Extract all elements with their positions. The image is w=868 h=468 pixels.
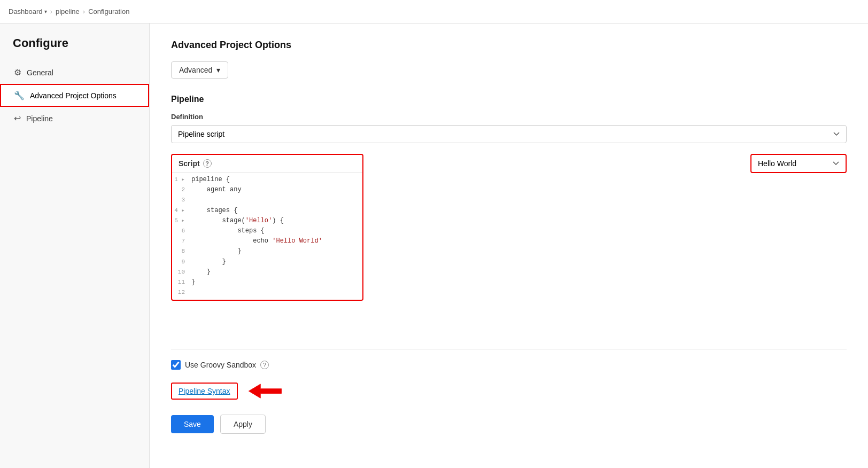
code-line-3: 3 bbox=[172, 195, 362, 205]
code-line-4: 4 ▸ stages { bbox=[172, 206, 362, 216]
button-row: Save Apply bbox=[171, 415, 847, 434]
sidebar: Configure ⚙ General 🔧 Advanced Project O… bbox=[0, 24, 150, 468]
sidebar-item-advanced-label: Advanced Project Options bbox=[30, 91, 117, 100]
pipeline-icon: ↩ bbox=[14, 113, 21, 123]
wrench-icon: 🔧 bbox=[14, 90, 25, 100]
sidebar-item-general-label: General bbox=[27, 68, 53, 77]
script-help-icon[interactable]: ? bbox=[203, 159, 212, 168]
script-box: Script ? 1 ▸ pipeline { 2 agent any bbox=[171, 154, 363, 301]
code-line-10: 10 } bbox=[172, 267, 362, 277]
breadcrumb-configuration: Configuration bbox=[88, 7, 129, 15]
code-line-5: 5 ▸ stage('Hello') { bbox=[172, 216, 362, 226]
script-header: Script ? bbox=[172, 155, 362, 173]
left-arrow-icon bbox=[246, 380, 284, 402]
code-editor[interactable]: 1 ▸ pipeline { 2 agent any 3 bbox=[172, 173, 362, 300]
main-layout: Configure ⚙ General 🔧 Advanced Project O… bbox=[0, 24, 868, 468]
code-line-2: 2 agent any bbox=[172, 185, 362, 195]
groovy-sandbox-checkbox[interactable] bbox=[171, 360, 181, 370]
code-line-9: 9 } bbox=[172, 257, 362, 267]
pipeline-syntax-link[interactable]: Pipeline Syntax bbox=[171, 383, 238, 400]
hello-world-select[interactable]: Hello World bbox=[750, 154, 847, 173]
advanced-btn-label: Advanced bbox=[179, 66, 212, 74]
code-line-1: 1 ▸ pipeline { bbox=[172, 175, 362, 185]
sidebar-item-pipeline[interactable]: ↩ Pipeline bbox=[0, 107, 149, 130]
gear-icon: ⚙ bbox=[14, 67, 21, 77]
svg-marker-0 bbox=[249, 384, 281, 398]
code-line-11: 11 } bbox=[172, 277, 362, 287]
sidebar-item-general[interactable]: ⚙ General bbox=[0, 61, 149, 84]
apply-button[interactable]: Apply bbox=[220, 415, 266, 434]
dashboard-label: Dashboard bbox=[9, 7, 43, 15]
advanced-project-options-title: Advanced Project Options bbox=[171, 40, 847, 51]
breadcrumb-sep-1: › bbox=[50, 7, 52, 15]
code-line-12: 12 bbox=[172, 287, 362, 298]
sidebar-item-advanced-project-options[interactable]: 🔧 Advanced Project Options bbox=[0, 84, 149, 107]
save-button[interactable]: Save bbox=[171, 415, 214, 433]
code-line-8: 8 } bbox=[172, 246, 362, 256]
pipeline-section-title: Pipeline bbox=[171, 95, 847, 104]
breadcrumb-sep-2: › bbox=[83, 7, 85, 15]
divider bbox=[171, 349, 847, 349]
definition-select[interactable]: Pipeline script Pipeline script from SCM bbox=[171, 125, 847, 143]
page-title: Configure bbox=[0, 36, 149, 61]
advanced-btn-chevron-icon: ▾ bbox=[216, 66, 220, 74]
advanced-dropdown-button[interactable]: Advanced ▾ bbox=[171, 61, 228, 79]
groovy-help-icon[interactable]: ? bbox=[260, 361, 269, 369]
topbar: Dashboard ▾ › pipeline › Configuration bbox=[0, 0, 868, 24]
pipeline-syntax-wrapper: Pipeline Syntax bbox=[171, 380, 847, 402]
script-label: Script bbox=[179, 159, 200, 168]
code-line-7: 7 echo 'Hello World' bbox=[172, 236, 362, 246]
main-content: Advanced Project Options Advanced ▾ Pipe… bbox=[150, 24, 868, 468]
editor-extra-space bbox=[171, 306, 847, 349]
dashboard-chevron-icon: ▾ bbox=[44, 9, 47, 14]
groovy-sandbox-label: Use Groovy Sandbox bbox=[185, 361, 256, 369]
breadcrumb-dashboard[interactable]: Dashboard ▾ bbox=[9, 7, 47, 15]
breadcrumb-pipeline[interactable]: pipeline bbox=[56, 7, 80, 15]
sidebar-item-pipeline-label: Pipeline bbox=[26, 114, 53, 123]
definition-label: Definition bbox=[171, 113, 847, 121]
arrow-indicator bbox=[246, 380, 284, 402]
script-area-wrapper: Hello World Script ? 1 ▸ pipeline { 2 bbox=[171, 154, 847, 301]
groovy-sandbox-row: Use Groovy Sandbox ? bbox=[171, 360, 847, 370]
code-line-6: 6 steps { bbox=[172, 226, 362, 236]
